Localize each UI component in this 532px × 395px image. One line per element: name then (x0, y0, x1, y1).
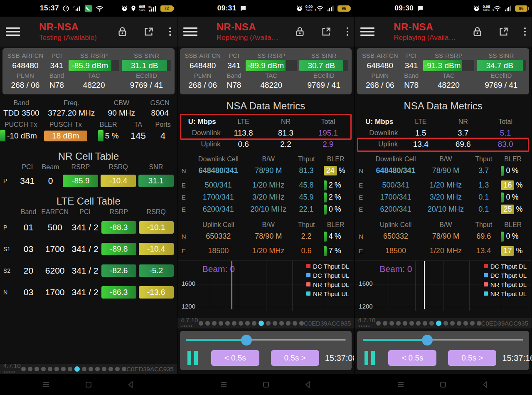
battery-indicator: 72 (160, 5, 173, 12)
table-row: E 500/341 1/20 MHz 1.3 16% (359, 179, 527, 191)
menu-icon[interactable] (360, 25, 374, 38)
page-dot (286, 321, 291, 326)
nav-menu-icon[interactable] (41, 380, 51, 390)
rsrp-chip: -89.8 (101, 243, 136, 255)
app-status: Replaying (Availa… (217, 34, 292, 42)
menu-icon[interactable] (183, 25, 197, 38)
lte-cell-table-title: LTE Cell Table (0, 195, 177, 207)
page-dot (48, 367, 52, 371)
col-header: Uplink Cell (192, 220, 245, 230)
nav-back-icon[interactable] (303, 380, 313, 390)
tac-value: 48220 (423, 80, 474, 91)
replay-timestamp: 15:37:16.581 (502, 353, 532, 363)
rsrq-chip: -5.2 (139, 264, 174, 277)
bler-indicator: 2% (321, 180, 350, 190)
chart-cursor[interactable] (232, 261, 232, 309)
app-status: Replaying (Availa… (394, 34, 469, 42)
nav-back-icon[interactable] (126, 380, 136, 390)
lock-icon[interactable] (472, 26, 483, 37)
nav-home-icon[interactable] (84, 380, 94, 390)
page-dot (389, 321, 394, 326)
band-value: N78 (225, 80, 244, 91)
pause-button[interactable] (186, 351, 200, 365)
replay-progress-slider[interactable] (186, 335, 346, 345)
page-indicator[interactable] (21, 366, 126, 372)
step-back-button[interactable]: < 0.5s (211, 350, 259, 366)
android-nav-bar (0, 374, 177, 395)
open-in-new-icon[interactable] (143, 26, 154, 37)
lock-icon[interactable] (117, 26, 128, 37)
ul-lte-mbps: 0.6 (222, 140, 265, 149)
rsrq-chip: -10.4 (139, 243, 174, 255)
cell-id: 6200/341 (192, 205, 245, 214)
dl-total-mbps: 195.1 (307, 128, 349, 138)
row-tag: S2 (3, 267, 16, 274)
pause-button[interactable] (363, 351, 377, 365)
open-in-new-icon[interactable] (498, 26, 509, 37)
step-forward-button[interactable]: 0.5s > (271, 350, 319, 366)
page-dot (108, 367, 113, 371)
col-header: BLER (321, 154, 350, 164)
page-dot (409, 321, 414, 326)
page-indicator[interactable] (199, 321, 304, 326)
col-header: SS-SINR (299, 51, 348, 60)
speedometer-icon (62, 5, 69, 12)
cell-id: 500/341 (369, 181, 422, 190)
signal-bars-icon (504, 5, 512, 12)
col-header: Beam (41, 162, 61, 172)
chart-cursor[interactable] (424, 261, 425, 309)
nav-back-icon[interactable] (480, 380, 490, 390)
device-id: C0ED39ACC935 (126, 365, 173, 373)
bler-indicator: 17% (498, 246, 527, 256)
y-axis-tick: 1600 (182, 279, 195, 286)
page-indicator[interactable] (376, 321, 481, 326)
menu-icon[interactable] (6, 25, 20, 38)
throughput: 81.3 (291, 166, 321, 175)
col-header: Band (225, 71, 244, 80)
page-dot (95, 367, 100, 371)
nav-home-icon[interactable] (438, 380, 448, 390)
svg-text::5G: :5G (148, 5, 152, 8)
step-forward-button[interactable]: 0.5s > (448, 350, 496, 366)
overflow-menu-icon[interactable] (524, 26, 526, 37)
col-header: Total (484, 118, 527, 126)
slider-thumb[interactable] (241, 335, 252, 346)
legend-label: NR Thput UL (313, 290, 349, 297)
page-dot (54, 367, 59, 371)
pci-value: 341 (225, 60, 244, 71)
replay-progress-slider[interactable] (363, 335, 523, 345)
overflow-menu-icon[interactable] (347, 26, 349, 37)
ul-lte-mbps: 13.4 (399, 140, 442, 149)
earfcn-value: 1700 (41, 244, 69, 254)
col-header: Downlink Cell (369, 154, 422, 164)
nr-cell-table-title: NR Cell Table (0, 151, 177, 162)
nav-home-icon[interactable] (261, 380, 271, 390)
lock-icon[interactable] (294, 26, 305, 37)
phone-call-icon (84, 5, 92, 12)
slider-thumb[interactable] (422, 335, 433, 346)
col-header: Downlink Cell (192, 154, 245, 164)
beam-value: 0 (41, 176, 61, 186)
throughput: 22.1 (291, 205, 321, 214)
page-dot (396, 321, 401, 326)
clock-time: 09:31 (217, 4, 236, 12)
nav-menu-icon[interactable] (396, 380, 406, 390)
band-value: 03 (18, 287, 39, 297)
footer-strip: 4.7.10 ***** C0ED39ACC935 (177, 318, 355, 328)
col-header: Thput (469, 220, 498, 230)
wifi-icon (96, 5, 103, 12)
app-title: NR-NSA (217, 21, 292, 33)
nav-menu-icon[interactable] (219, 380, 229, 390)
bler-indicator: 2% (321, 193, 350, 202)
col-header: Ports (149, 121, 177, 128)
open-in-new-icon[interactable] (320, 26, 332, 37)
bler-indicator: 16% (498, 180, 527, 190)
earfcn-value: 500 (41, 222, 69, 232)
step-back-button[interactable]: < 0.5s (388, 350, 436, 366)
col-header: Freq. (43, 99, 100, 107)
pci-value: 341 / 2 (71, 287, 99, 297)
alarm-icon (473, 5, 480, 12)
overflow-menu-icon[interactable] (169, 26, 171, 37)
cbw-value: 90 MHz (100, 109, 143, 118)
bandwidth: 20/10 MHz (245, 205, 291, 214)
